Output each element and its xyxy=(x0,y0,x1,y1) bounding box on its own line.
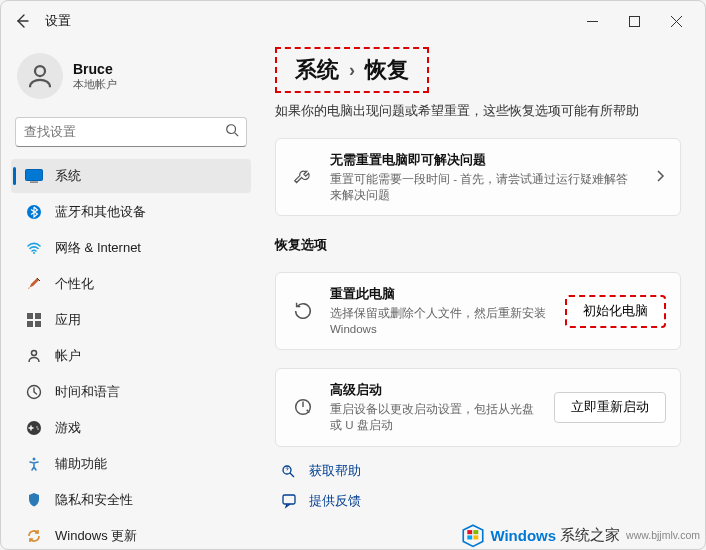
card-desc: 重启设备以更改启动设置，包括从光盘或 U 盘启动 xyxy=(330,401,540,433)
sidebar-item-accounts[interactable]: 帐户 xyxy=(11,339,251,373)
sidebar-item-network[interactable]: 网络 & Internet xyxy=(11,231,251,265)
link-label: 获取帮助 xyxy=(309,463,361,480)
user-name: Bruce xyxy=(73,61,117,77)
sidebar-item-apps[interactable]: 应用 xyxy=(11,303,251,337)
card-title: 高级启动 xyxy=(330,381,540,399)
clock-icon xyxy=(25,383,43,401)
sidebar-item-update[interactable]: Windows 更新 xyxy=(11,519,251,549)
accounts-icon xyxy=(25,347,43,365)
sidebar-item-label: Windows 更新 xyxy=(55,527,137,545)
maximize-button[interactable] xyxy=(613,6,655,36)
search-icon xyxy=(225,123,239,141)
svg-point-14 xyxy=(33,458,36,461)
svg-point-2 xyxy=(227,125,236,134)
system-icon xyxy=(25,167,43,185)
power-icon xyxy=(290,394,316,420)
update-icon xyxy=(25,527,43,545)
card-desc: 重置可能需要一段时间 - 首先，请尝试通过运行疑难解答来解决问题 xyxy=(330,171,640,203)
sidebar-item-label: 应用 xyxy=(55,311,81,329)
chevron-right-icon: › xyxy=(349,60,355,81)
chevron-right-icon xyxy=(654,168,666,186)
bluetooth-icon xyxy=(25,203,43,221)
sidebar-item-personalization[interactable]: 个性化 xyxy=(11,267,251,301)
sidebar-item-label: 帐户 xyxy=(55,347,81,365)
wifi-icon xyxy=(25,239,43,257)
reset-pc-button[interactable]: 初始化电脑 xyxy=(565,295,666,328)
page-description: 如果你的电脑出现问题或希望重置，这些恢复选项可能有所帮助 xyxy=(275,103,681,120)
help-icon xyxy=(281,463,299,481)
recovery-section-title: 恢复选项 xyxy=(275,236,681,254)
card-desc: 选择保留或删除个人文件，然后重新安装 Windows xyxy=(330,305,551,337)
user-block[interactable]: Bruce 本地帐户 xyxy=(7,49,255,113)
sidebar-item-system[interactable]: 系统 xyxy=(11,159,251,193)
svg-rect-9 xyxy=(27,321,33,327)
breadcrumb-current: 恢复 xyxy=(365,55,409,85)
user-subtitle: 本地帐户 xyxy=(73,77,117,92)
sidebar-item-label: 辅助功能 xyxy=(55,455,107,473)
svg-rect-10 xyxy=(35,321,41,327)
sidebar-item-privacy[interactable]: 隐私和安全性 xyxy=(11,483,251,517)
advanced-startup-card: 高级启动 重启设备以更改启动设置，包括从光盘或 U 盘启动 立即重新启动 xyxy=(275,368,681,446)
search-input[interactable] xyxy=(15,117,247,147)
window-title: 设置 xyxy=(45,12,71,30)
svg-rect-4 xyxy=(30,182,38,183)
shield-icon xyxy=(25,491,43,509)
accessibility-icon xyxy=(25,455,43,473)
sidebar-item-time-language[interactable]: 时间和语言 xyxy=(11,375,251,409)
link-label: 提供反馈 xyxy=(309,493,361,510)
close-button[interactable] xyxy=(655,6,697,36)
restart-now-button[interactable]: 立即重新启动 xyxy=(554,392,666,423)
get-help-link[interactable]: 获取帮助 xyxy=(275,461,681,483)
apps-icon xyxy=(25,311,43,329)
svg-point-1 xyxy=(35,66,45,76)
sidebar-item-bluetooth[interactable]: 蓝牙和其他设备 xyxy=(11,195,251,229)
sidebar-item-label: 个性化 xyxy=(55,275,94,293)
sidebar-item-label: 网络 & Internet xyxy=(55,239,141,257)
sidebar-item-label: 系统 xyxy=(55,167,81,185)
reset-icon xyxy=(290,298,316,324)
svg-rect-17 xyxy=(283,495,295,504)
sidebar-item-label: 时间和语言 xyxy=(55,383,120,401)
sidebar-item-accessibility[interactable]: 辅助功能 xyxy=(11,447,251,481)
svg-rect-8 xyxy=(35,313,41,319)
brush-icon xyxy=(25,275,43,293)
breadcrumb: 系统 › 恢复 xyxy=(287,51,417,89)
feedback-icon xyxy=(281,493,299,511)
sidebar-item-label: 蓝牙和其他设备 xyxy=(55,203,146,221)
wrench-icon xyxy=(290,164,316,190)
svg-rect-3 xyxy=(26,170,43,181)
breadcrumb-root[interactable]: 系统 xyxy=(295,55,339,85)
minimize-button[interactable] xyxy=(571,6,613,36)
sidebar-item-label: 隐私和安全性 xyxy=(55,491,133,509)
reset-card: 重置此电脑 选择保留或删除个人文件，然后重新安装 Windows 初始化电脑 xyxy=(275,272,681,350)
svg-rect-0 xyxy=(629,16,639,26)
sidebar-item-label: 游戏 xyxy=(55,419,81,437)
svg-rect-7 xyxy=(27,313,33,319)
feedback-link[interactable]: 提供反馈 xyxy=(275,491,681,513)
avatar xyxy=(17,53,63,99)
svg-point-6 xyxy=(33,252,35,254)
svg-point-11 xyxy=(32,351,37,356)
card-title: 重置此电脑 xyxy=(330,285,551,303)
gaming-icon xyxy=(25,419,43,437)
sidebar-item-gaming[interactable]: 游戏 xyxy=(11,411,251,445)
back-button[interactable] xyxy=(9,9,33,33)
card-title: 无需重置电脑即可解决问题 xyxy=(330,151,640,169)
troubleshoot-card[interactable]: 无需重置电脑即可解决问题 重置可能需要一段时间 - 首先，请尝试通过运行疑难解答… xyxy=(275,138,681,216)
